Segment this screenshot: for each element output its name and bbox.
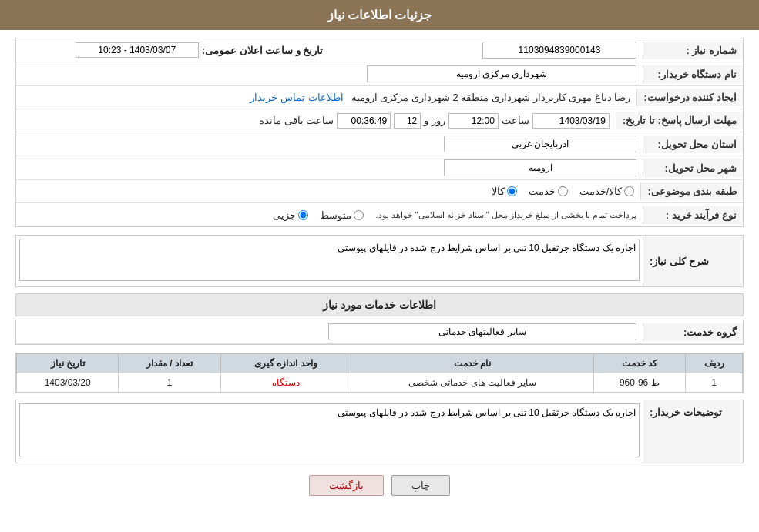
radio-motavaset-label: متوسط bbox=[320, 209, 351, 221]
radio-kala-khadamat[interactable]: کالا/خدمت bbox=[579, 186, 635, 197]
grohe-input[interactable] bbox=[328, 323, 636, 340]
row-shahr: شهر محل تحویل: bbox=[16, 156, 743, 180]
sharh-textarea[interactable]: اجاره یک دستگاه جرثقیل 10 تنی بر اساس شر… bbox=[19, 239, 640, 281]
remaining-label: ساعت باقی مانده bbox=[259, 115, 334, 126]
remaining-input[interactable] bbox=[337, 113, 391, 129]
table-cell: سایر فعالیت های خدماتی شخصی bbox=[351, 373, 594, 393]
row-name-dastgah: نام دستگاه خریدار: bbox=[16, 62, 743, 86]
tarikh-label: تاریخ و ساعت اعلان عمومی: bbox=[202, 45, 324, 56]
tabaqe-radio-group: کالا/خدمت خدمت کالا bbox=[16, 182, 640, 200]
name-dastgah-label: نام دستگاه خریدار: bbox=[643, 65, 743, 83]
ostan-value bbox=[16, 132, 643, 156]
saat-label: ساعت bbox=[502, 115, 529, 126]
radio-motavaset[interactable]: متوسط bbox=[320, 209, 364, 221]
sharh-row: شرح کلی نیاز: اجاره یک دستگاه جرثقیل 10 … bbox=[16, 236, 743, 286]
ostan-label: استان محل تحویل: bbox=[643, 136, 743, 153]
services-table: ردیف کد خدمت نام خدمت واحد اندازه گیری ت… bbox=[16, 353, 743, 393]
tosif-textarea[interactable]: اجاره یک دستگاه جرثقیل 10 تنی بر اساس شر… bbox=[19, 403, 640, 457]
ijad-link[interactable]: اطلاعات تماس خریدار bbox=[250, 92, 343, 103]
col-count: تعداد / مقدار bbox=[119, 354, 220, 373]
nofare-radio-group: پرداخت تمام یا بخشی از مبلغ خریداز محل "… bbox=[16, 206, 643, 224]
nofare-extra-text: پرداخت تمام یا بخشی از مبلغ خریداز محل "… bbox=[375, 210, 636, 220]
table-cell: دستگاه bbox=[220, 373, 351, 393]
col-name: نام خدمت bbox=[351, 354, 594, 373]
shahr-label: شهر محل تحویل: bbox=[643, 159, 743, 177]
row-nofare: نوع فرآیند خرید : پرداخت تمام یا بخشی از… bbox=[16, 203, 743, 226]
name-dastgah-value bbox=[16, 62, 643, 85]
grohe-value bbox=[16, 320, 643, 343]
back-button[interactable]: بازگشت bbox=[309, 475, 384, 496]
col-date: تاریخ نیاز bbox=[17, 354, 119, 373]
tarikh-inline: تاریخ و ساعت اعلان عمومی: bbox=[16, 39, 330, 61]
shahr-input[interactable] bbox=[444, 159, 636, 176]
ijad-value: رضا دیاغ مهری کاربردار شهرداری منطقه 2 ش… bbox=[16, 89, 636, 106]
col-unit: واحد اندازه گیری bbox=[220, 354, 351, 373]
radio-jozii-input[interactable] bbox=[298, 210, 308, 220]
radio-khadamat-input[interactable] bbox=[558, 186, 568, 196]
sharh-section: شرح کلی نیاز: اجاره یک دستگاه جرثقیل 10 … bbox=[15, 235, 744, 287]
row-mohlat: مهلت ارسال پاسخ: تا تاریخ: ساعت روز و سا… bbox=[16, 109, 743, 132]
table-cell: ط-96-960 bbox=[593, 373, 685, 393]
radio-kala[interactable]: کالا bbox=[492, 186, 517, 197]
row-ijad: ایجاد کننده درخواست: رضا دیاغ مهری کاربر… bbox=[16, 86, 743, 109]
tarikh-input[interactable] bbox=[76, 42, 199, 58]
page-title: جزئیات اطلاعات نیاز bbox=[327, 8, 432, 22]
tosif-value: اجاره یک دستگاه جرثقیل 10 تنی بر اساس شر… bbox=[16, 400, 643, 463]
info-section: شماره نیاز : تاریخ و ساعت اعلان عمومی: ن… bbox=[15, 38, 744, 227]
print-button[interactable]: چاپ bbox=[391, 475, 450, 496]
radio-khadamat[interactable]: خدمت bbox=[529, 186, 568, 197]
tosif-label: توضیحات خریدار: bbox=[643, 400, 743, 463]
services-title: اطلاعات خدمات مورد نیاز bbox=[15, 293, 744, 316]
row-shomara: شماره نیاز : تاریخ و ساعت اعلان عمومی: bbox=[16, 38, 743, 62]
nofare-label: نوع فرآیند خرید : bbox=[643, 206, 743, 224]
mohlat-inline: ساعت روز و ساعت باقی مانده bbox=[16, 110, 616, 132]
roz-label: روز و bbox=[424, 115, 445, 126]
ostan-input[interactable] bbox=[444, 136, 636, 152]
services-table-container: ردیف کد خدمت نام خدمت واحد اندازه گیری ت… bbox=[15, 353, 744, 393]
shahr-value bbox=[16, 156, 643, 179]
name-dastgah-input[interactable] bbox=[367, 65, 636, 82]
saat-input[interactable] bbox=[448, 113, 499, 129]
tabaqe-label: طبقه بندی موضوعی: bbox=[640, 182, 743, 200]
grohe-row: گروه خدمت: bbox=[16, 320, 743, 344]
button-row: چاپ بازگشت bbox=[15, 475, 744, 496]
radio-kala-khadamat-label: کالا/خدمت bbox=[579, 186, 623, 197]
ijad-label: ایجاد کننده درخواست: bbox=[636, 89, 743, 106]
roz-input[interactable] bbox=[394, 113, 421, 129]
sharh-value: اجاره یک دستگاه جرثقیل 10 تنی بر اساس شر… bbox=[16, 236, 643, 286]
page-header: جزئیات اطلاعات نیاز bbox=[0, 0, 759, 30]
row-ostan: استان محل تحویل: bbox=[16, 132, 743, 156]
radio-motavaset-input[interactable] bbox=[354, 210, 364, 220]
table-cell: 1 bbox=[119, 373, 220, 393]
radio-jozii[interactable]: جزیی bbox=[273, 209, 308, 221]
table-row: 1ط-96-960سایر فعالیت های خدماتی شخصیدستگ… bbox=[17, 373, 743, 393]
radio-kala-khadamat-input[interactable] bbox=[624, 186, 634, 196]
row-tabaqe: طبقه بندی موضوعی: کالا/خدمت خدمت کالا bbox=[16, 180, 743, 203]
radio-jozii-label: جزیی bbox=[273, 209, 296, 221]
shomara-value bbox=[330, 38, 643, 62]
radio-kala-label: کالا bbox=[492, 186, 505, 197]
shomara-label: شماره نیاز : bbox=[643, 42, 743, 59]
table-cell: 1 bbox=[686, 373, 743, 393]
mohlat-label: مهلت ارسال پاسخ: تا تاریخ: bbox=[616, 112, 743, 129]
col-code: کد خدمت bbox=[593, 354, 685, 373]
service-info-section: گروه خدمت: bbox=[15, 320, 744, 345]
grohe-label: گروه خدمت: bbox=[643, 323, 743, 341]
col-radif: ردیف bbox=[686, 354, 743, 373]
sharh-label: شرح کلی نیاز: bbox=[643, 236, 743, 286]
radio-kala-input[interactable] bbox=[507, 186, 517, 196]
shomara-input[interactable] bbox=[482, 42, 636, 59]
table-cell: 1403/03/20 bbox=[17, 373, 119, 393]
tosif-section: توضیحات خریدار: اجاره یک دستگاه جرثقیل 1… bbox=[15, 400, 744, 463]
mohlat-date-input[interactable] bbox=[532, 113, 610, 129]
radio-khadamat-label: خدمت bbox=[529, 186, 556, 197]
ijad-text: رضا دیاغ مهری کاربردار شهرداری منطقه 2 ش… bbox=[351, 92, 631, 103]
